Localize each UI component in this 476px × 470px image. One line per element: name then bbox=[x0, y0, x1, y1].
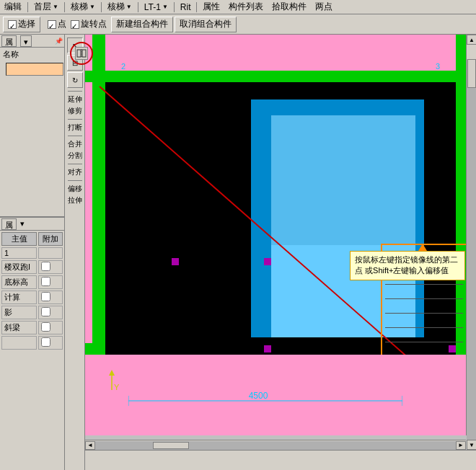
point-check[interactable] bbox=[48, 20, 56, 29]
axis-svg: Y bbox=[101, 368, 123, 394]
select-label: 选择 bbox=[18, 18, 35, 30]
split-label: 分割 bbox=[68, 151, 82, 161]
cell-check4[interactable] bbox=[38, 291, 63, 304]
rotate-check[interactable] bbox=[71, 20, 79, 29]
main-canvas: 2 3 ↓ 按鼠标左键指定镜像线的第二点 或Shift+左键输入偏移值 bbox=[85, 35, 476, 435]
cell-value1: 1 bbox=[1, 247, 37, 259]
tool-sep4 bbox=[68, 164, 82, 164]
staircase-selector2[interactable]: 核梯 ▼ bbox=[103, 1, 136, 13]
sidebar-tab2[interactable]: ▾ bbox=[20, 35, 32, 47]
dropdown-arrow: ▼ bbox=[53, 4, 58, 10]
align-label: 对齐 bbox=[68, 167, 82, 177]
dim-top-left: 2 bbox=[121, 62, 125, 71]
check2[interactable] bbox=[41, 262, 50, 271]
scroll-right-button[interactable]: ► bbox=[456, 441, 466, 450]
check7[interactable] bbox=[41, 337, 50, 347]
tool-sep2 bbox=[68, 119, 82, 120]
sidebar-pin[interactable]: 📌 bbox=[55, 37, 63, 45]
svg-text:Y: Y bbox=[114, 383, 120, 391]
check4[interactable] bbox=[41, 292, 50, 301]
bottom-left-panel: 属 ▾ 主值 附加 1 楼双跑I 底标高 计算 影 斜梁 bbox=[0, 216, 65, 470]
hline5 bbox=[385, 313, 463, 314]
extend-label: 延伸 bbox=[68, 94, 82, 105]
new-group-button[interactable]: 新建组合构件 bbox=[111, 17, 173, 32]
select-button[interactable]: 选择 bbox=[3, 17, 40, 32]
table-row: 斜梁 bbox=[1, 321, 63, 334]
top-toolbar: 编辑 首层 ▼ 核梯 ▼ 核梯 ▼ LT-1 ▼ Rit 属性 构件列表 拾取构… bbox=[0, 0, 476, 14]
table-row: 计算 bbox=[1, 291, 63, 304]
col-add: 附加 bbox=[38, 232, 63, 246]
svg-marker-6 bbox=[109, 370, 115, 376]
break-label: 打断 bbox=[68, 123, 82, 133]
dimension-svg: 4500 bbox=[128, 390, 402, 412]
point-label: 点 bbox=[58, 18, 66, 30]
cell-check7[interactable] bbox=[38, 336, 63, 350]
cyan-upper bbox=[271, 115, 415, 245]
mirror-svg bbox=[76, 48, 87, 58]
sidebar-tab[interactable]: 属 bbox=[1, 35, 17, 47]
scroll-track-right bbox=[467, 59, 476, 440]
table-row: 1 bbox=[1, 247, 63, 259]
pick-component-btn[interactable]: 拾取构件 bbox=[268, 1, 311, 13]
two-point-btn[interactable]: 两点 bbox=[311, 1, 337, 13]
sidebar-name-input[interactable] bbox=[6, 63, 63, 76]
tool-sep3 bbox=[68, 136, 82, 136]
separator5 bbox=[174, 2, 175, 12]
scroll-left-button[interactable]: ◄ bbox=[85, 441, 95, 450]
cell-check5[interactable] bbox=[38, 306, 63, 319]
check3[interactable] bbox=[41, 277, 50, 286]
select-check bbox=[8, 20, 17, 29]
separator6 bbox=[196, 2, 197, 12]
tool-sep1 bbox=[68, 91, 82, 92]
sidebar-name-section: 名称 bbox=[0, 48, 64, 79]
dropdown-arrow4: ▼ bbox=[162, 4, 168, 10]
new-group-label: 新建组合构件 bbox=[116, 18, 168, 30]
cell-check3[interactable] bbox=[38, 275, 63, 289]
dropdown-arrow2: ▼ bbox=[89, 4, 95, 10]
table-row bbox=[1, 336, 63, 350]
col-main: 主值 bbox=[1, 232, 37, 246]
cell-label7 bbox=[1, 336, 37, 350]
check6[interactable] bbox=[41, 322, 50, 332]
mirror-icon-inner[interactable] bbox=[75, 47, 88, 60]
green-border-top bbox=[85, 71, 476, 82]
right-scrollbar[interactable]: ▲ ▼ bbox=[466, 35, 476, 435]
hline4 bbox=[385, 298, 463, 299]
svg-rect-9 bbox=[82, 50, 86, 57]
y-axis: Y bbox=[101, 368, 123, 396]
cell-label4: 计算 bbox=[1, 291, 37, 304]
scroll-up-button[interactable]: ▲ bbox=[467, 35, 476, 45]
cell-check2[interactable] bbox=[38, 260, 63, 274]
component-list-btn[interactable]: 构件列表 bbox=[224, 1, 268, 13]
separator2 bbox=[64, 2, 65, 12]
bottom-panel-tab[interactable]: 属 bbox=[1, 218, 17, 230]
bottom-panel-header: 属 ▾ bbox=[0, 218, 64, 231]
property-btn[interactable]: 属性 bbox=[198, 1, 224, 13]
bottom-pin[interactable]: ▾ bbox=[20, 219, 25, 229]
separator bbox=[27, 2, 28, 12]
merge-label: 合并 bbox=[68, 139, 82, 149]
hline3 bbox=[385, 284, 463, 285]
check5[interactable] bbox=[41, 307, 50, 316]
rit-text: Rit bbox=[176, 2, 195, 12]
menu-edit[interactable]: 编辑 bbox=[0, 1, 26, 13]
rotate-label: 旋转点 bbox=[81, 18, 107, 30]
dim-top-right: 3 bbox=[436, 62, 440, 71]
second-toolbar: 选择 点 旋转点 新建组合构件 取消组合构件 bbox=[0, 14, 476, 35]
scroll-track-bottom bbox=[95, 441, 456, 450]
lt-selector[interactable]: LT-1 ▼ bbox=[140, 2, 172, 12]
tool-sep5 bbox=[68, 180, 82, 181]
trim-label: 修剪 bbox=[68, 106, 82, 116]
scroll-thumb-bottom[interactable] bbox=[153, 442, 189, 449]
cell-check6[interactable] bbox=[38, 321, 63, 334]
scroll-down-button[interactable]: ▼ bbox=[467, 440, 476, 450]
cell-label5: 影 bbox=[1, 306, 37, 319]
cancel-group-button[interactable]: 取消组合构件 bbox=[175, 17, 237, 32]
staircase-selector1[interactable]: 核梯 ▼ bbox=[66, 1, 100, 13]
floor-selector[interactable]: 首层 ▼ bbox=[30, 1, 63, 13]
cell-add1 bbox=[38, 247, 63, 259]
cell-label3: 底标高 bbox=[1, 275, 37, 289]
pull-label: 拉伸 bbox=[68, 195, 82, 205]
rotate-tool[interactable]: ↻ bbox=[67, 72, 83, 88]
scroll-thumb-right[interactable] bbox=[467, 59, 476, 88]
